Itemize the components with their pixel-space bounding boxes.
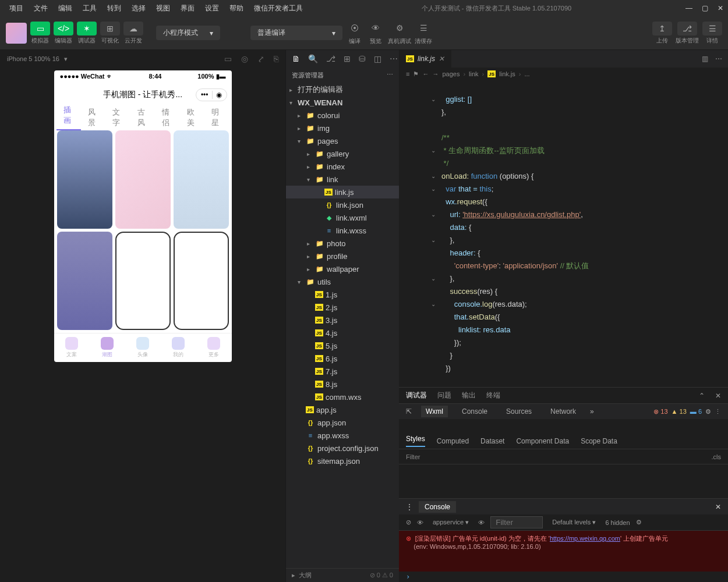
tree-root[interactable]: ▾WX_WENAN (286, 96, 399, 109)
cloud-button[interactable]: ☁ (123, 22, 143, 36)
back-icon[interactable]: ← (422, 70, 429, 77)
subtab-wxml[interactable]: Wxml (421, 406, 448, 417)
bc-icon[interactable]: ≡ (406, 70, 409, 77)
nav-more[interactable]: 更多 (207, 337, 220, 359)
tree-file[interactable]: JS1.js (286, 288, 399, 301)
branch-icon[interactable]: ⎇ (326, 54, 335, 63)
more-icon[interactable]: ⋯ (715, 55, 722, 63)
cube-icon[interactable]: ◫ (374, 54, 381, 63)
console-prompt[interactable]: › (399, 572, 728, 582)
wallpaper-card[interactable] (174, 130, 229, 229)
menu-file[interactable]: 文件 (29, 1, 52, 16)
close-icon[interactable]: ✕ (715, 392, 721, 400)
bc-item[interactable]: ... (524, 70, 529, 77)
tab-couple[interactable]: 情侣 (155, 107, 179, 128)
subtab-network[interactable]: Network (546, 406, 581, 417)
visual-button[interactable]: ⊞ (100, 22, 120, 36)
editor-button[interactable]: </> (54, 22, 73, 36)
info-badge[interactable]: ▬ 6 (690, 408, 702, 415)
code-editor[interactable]: ⌄⌄⌄⌄⌄⌄⌄⌄ gglist: [] }, /** * 生命周期函数--监听页… (399, 80, 728, 387)
menu-ui[interactable]: 界面 (176, 1, 199, 16)
more-icon[interactable]: ⋯ (387, 71, 393, 80)
upload-button[interactable]: ↥ (652, 22, 672, 36)
console-tab[interactable]: Console (419, 501, 456, 513)
bc-item[interactable]: link.js (499, 70, 515, 77)
nav-mine[interactable]: 我的 (172, 337, 185, 359)
copy-icon[interactable]: ⎘ (274, 54, 278, 63)
levels-select[interactable]: Default levels ▾ (549, 517, 599, 527)
tree-file[interactable]: JS6.js (286, 352, 399, 365)
scopedata-tab[interactable]: Scope Data (581, 437, 617, 445)
console-filter-input[interactable] (490, 516, 543, 528)
tree-file[interactable]: JS3.js (286, 314, 399, 327)
menu-goto[interactable]: 转到 (103, 1, 126, 16)
mode-select[interactable]: 小程序模式▾ (156, 26, 220, 40)
outline-header[interactable]: ▸大纲⊘ 0 ⚠ 0 (286, 568, 399, 582)
share-icon[interactable]: ⤤ (257, 54, 264, 63)
tab-text[interactable]: 文字 (105, 107, 130, 128)
tree-folder[interactable]: ▸📁colorui (286, 109, 399, 122)
wallpaper-card[interactable] (57, 130, 112, 229)
tree-folder[interactable]: ▸📁gallery (286, 147, 399, 160)
menu-tool[interactable]: 工具 (78, 1, 101, 16)
hidden-count[interactable]: 6 hidden (605, 519, 630, 526)
remote-debug-icon[interactable]: ⚙ (391, 21, 408, 35)
minimize-icon[interactable]: — (685, 4, 692, 12)
console-link[interactable]: https://mp.weixin.qq.com (550, 535, 620, 542)
bc-item[interactable]: link (469, 70, 479, 77)
dbg-tab-debugger[interactable]: 调试器 (406, 391, 427, 400)
preview-icon[interactable]: 👁 (367, 21, 384, 35)
menu-edit[interactable]: 编辑 (54, 1, 77, 16)
tree-folder[interactable]: ▸📁photo (286, 237, 399, 250)
more-icon[interactable]: ⋮ (715, 408, 721, 416)
tree-file[interactable]: JSapp.js (286, 403, 399, 416)
tree-file[interactable]: JScomm.wxs (286, 391, 399, 403)
compile-select[interactable]: 普通编译▾ (250, 26, 342, 40)
close-icon[interactable]: ✕ (718, 4, 723, 12)
tree-folder[interactable]: ▾📁link (286, 173, 399, 186)
tree-file[interactable]: JS7.js (286, 365, 399, 378)
tree-file[interactable]: JS4.js (286, 327, 399, 339)
menu-help[interactable]: 帮助 (225, 1, 248, 16)
menu-devtools[interactable]: 微信开发者工具 (249, 1, 308, 16)
wallpaper-card[interactable] (115, 130, 171, 229)
tab-scenery[interactable]: 风景 (81, 107, 105, 128)
version-button[interactable]: ⎇ (677, 22, 697, 36)
gear-icon[interactable]: ⚙ (636, 519, 642, 526)
avatar[interactable] (6, 23, 27, 44)
tree-file[interactable]: JS8.js (286, 378, 399, 391)
close-tab-icon[interactable]: ✕ (439, 55, 444, 63)
files-icon[interactable]: 🗎 (292, 54, 300, 63)
eye-icon[interactable]: 👁 (478, 519, 485, 526)
db-icon[interactable]: ⛁ (359, 54, 366, 63)
tree-folder[interactable]: ▾📁utils (286, 275, 399, 288)
close-icon[interactable]: ✕ (715, 503, 721, 511)
tree-file[interactable]: ≡link.wxss (286, 224, 399, 237)
console-menu-icon[interactable]: ⋮ (406, 503, 413, 511)
tab-illustration[interactable]: 插画 (56, 105, 81, 130)
more-icon[interactable]: ⋯ (390, 54, 398, 63)
cls-toggle[interactable]: .cls (712, 453, 722, 460)
dbg-tab-terminal[interactable]: 终端 (486, 391, 500, 400)
wallpaper-card[interactable] (115, 232, 171, 330)
tab-western[interactable]: 欧美 (180, 107, 204, 128)
split-icon[interactable]: ▥ (702, 55, 708, 63)
tree-file[interactable]: {}sitemap.json (286, 455, 399, 467)
tree-file[interactable]: {}link.json (286, 198, 399, 211)
dbg-tab-problems[interactable]: 问题 (437, 391, 451, 400)
dataset-tab[interactable]: Dataset (480, 437, 504, 445)
wallpaper-card[interactable] (174, 232, 229, 330)
debugger-button[interactable]: ✶ (77, 22, 97, 36)
error-badge[interactable]: ⊗ 13 (653, 408, 667, 416)
tree-folder[interactable]: ▾📁pages (286, 134, 399, 147)
styles-filter[interactable]: Filter (406, 453, 420, 460)
fold-gutter[interactable]: ⌄⌄⌄⌄⌄⌄⌄⌄ (431, 80, 441, 387)
chevron-up-icon[interactable]: ⌃ (699, 392, 705, 400)
bc-item[interactable]: pages (442, 70, 460, 77)
device-select[interactable]: iPhone 5 100% 16 (7, 55, 59, 62)
more-icon[interactable]: » (590, 407, 594, 416)
gear-icon[interactable]: ⚙ (705, 408, 711, 416)
clear-icon[interactable]: ⊘ (406, 519, 411, 526)
eye-icon[interactable]: 👁 (417, 519, 423, 526)
tree-open-editors[interactable]: ▸打开的编辑器 (286, 83, 399, 96)
